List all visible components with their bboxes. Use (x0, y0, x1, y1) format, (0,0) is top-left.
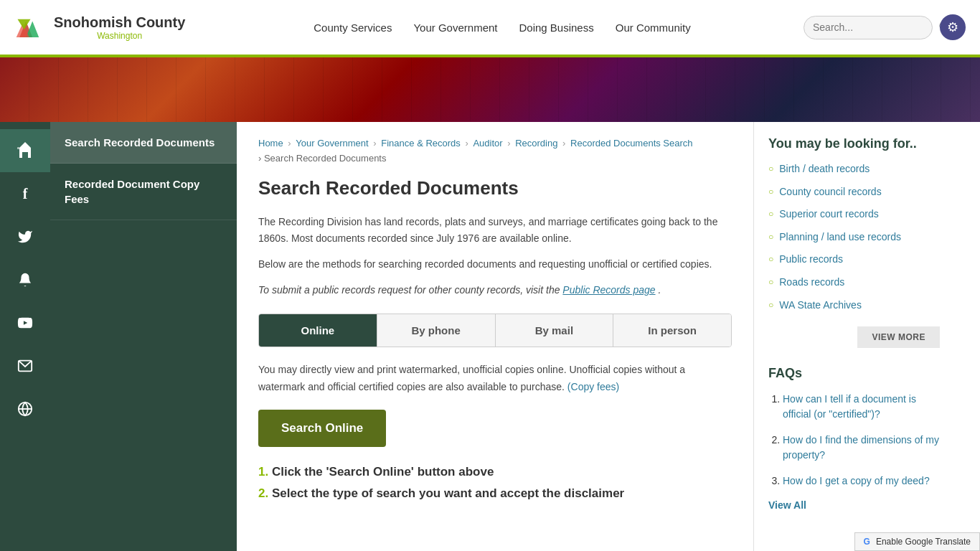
sidebar-looking-for-title: You may be looking for.. (768, 136, 940, 151)
body-text-1: The Recording Division has land records,… (258, 214, 732, 248)
logo-area: Snohomish County Washington (14, 11, 201, 44)
faq-item-1: How can I tell if a document is official… (783, 392, 940, 422)
breadcrumb-separator5: › (562, 138, 568, 149)
translate-label: Enable Google Translate (876, 537, 971, 547)
left-nav-copy-fees[interactable]: Recorded Document Copy Fees (50, 164, 237, 220)
breadcrumb: Home › Your Government › Finance & Recor… (258, 136, 732, 166)
breadcrumb-recording[interactable]: Recording (515, 138, 557, 149)
faq-link-2[interactable]: How do I find the dimensions of my prope… (783, 434, 939, 461)
public-records-sidebar-link[interactable]: Public records (779, 253, 843, 267)
nav-county-services[interactable]: County Services (314, 18, 392, 37)
step-1-num: 1. (258, 465, 268, 479)
roads-records-link[interactable]: Roads records (779, 276, 844, 290)
italic-prefix: To submit a public records request for o… (258, 284, 562, 296)
sidebar-link-birth: Birth / death records (768, 162, 940, 176)
tab-content-online: You may directly view and print watermar… (258, 362, 732, 501)
breadcrumb-auditor[interactable]: Auditor (473, 138, 502, 149)
tabs-container: Online By phone By mail In person (258, 314, 732, 347)
social-home[interactable] (0, 129, 50, 172)
faq-item-2: How do I find the dimensions of my prope… (783, 433, 940, 463)
google-icon: G (864, 537, 870, 547)
public-records-link[interactable]: Public Records page (562, 284, 655, 296)
main-nav: County Services Your Government Doing Bu… (201, 18, 804, 37)
logo-state: Washington (54, 31, 185, 41)
view-more-button[interactable]: VIEW MORE (857, 326, 940, 348)
site-header: Snohomish County Washington County Servi… (0, 0, 980, 57)
step-1-title: 1. Click the 'Search Online' button abov… (258, 465, 732, 479)
settings-button[interactable]: ⚙ (940, 14, 966, 40)
sidebar-link-planning: Planning / land use records (768, 230, 940, 245)
copy-fees-link[interactable]: (Copy fees) (567, 381, 619, 392)
content-area: Home › Your Government › Finance & Recor… (237, 122, 753, 551)
step-2-title: 2. Select the type of search you want an… (258, 486, 732, 501)
faqs-title: FAQs (768, 366, 940, 381)
search-input[interactable] (813, 22, 938, 33)
breadcrumb-separator2: › (373, 138, 379, 149)
faq-link-3[interactable]: How do I get a copy of my deed? (783, 475, 930, 486)
tab-online-text: You may directly view and print watermar… (258, 362, 732, 396)
italic-end: . (658, 284, 661, 296)
logo-text[interactable]: Snohomish County Washington (54, 14, 185, 41)
social-sidebar: f (0, 122, 50, 551)
tab-by-mail[interactable]: By mail (496, 314, 614, 347)
header-search-area: 🔍 ⚙ (804, 14, 966, 40)
planning-land-use-records-link[interactable]: Planning / land use records (779, 230, 901, 245)
right-sidebar: You may be looking for.. Birth / death r… (753, 122, 954, 551)
breadcrumb-home[interactable]: Home (258, 138, 283, 149)
faq-link-1[interactable]: How can I tell if a document is official… (783, 393, 916, 420)
sidebar-link-roads: Roads records (768, 276, 940, 290)
tab-online[interactable]: Online (259, 314, 377, 347)
tab-by-phone[interactable]: By phone (377, 314, 496, 347)
body-text-2: Below are the methods for searching reco… (258, 256, 732, 273)
social-twitter[interactable] (0, 215, 50, 258)
left-nav-search-recorded[interactable]: Search Recorded Documents (50, 122, 237, 164)
step-2-text: Select the type of search you want and a… (272, 486, 624, 500)
hero-banner (0, 57, 980, 122)
svg-rect-5 (17, 147, 19, 149)
logo-icon (14, 11, 47, 44)
main-wrapper: f Search Recorded Documents Recorded Doc… (0, 122, 980, 551)
social-email[interactable] (0, 344, 50, 387)
sidebar-link-council: County council records (768, 185, 940, 199)
tab-online-text-main: You may directly view and print watermar… (258, 364, 685, 392)
social-globe[interactable] (0, 387, 50, 430)
social-alert[interactable] (0, 258, 50, 301)
superior-court-records-link[interactable]: Superior court records (779, 207, 879, 222)
nav-doing-business[interactable]: Doing Business (519, 18, 593, 37)
social-youtube[interactable] (0, 301, 50, 344)
sidebar-link-public: Public records (768, 253, 940, 267)
search-box: 🔍 (804, 16, 933, 39)
nav-our-community[interactable]: Our Community (616, 18, 691, 37)
sidebar-link-superior: Superior court records (768, 207, 940, 222)
county-council-records-link[interactable]: County council records (779, 185, 881, 199)
breadcrumb-separator: › (288, 138, 293, 149)
breadcrumb-your-gov[interactable]: Your Government (296, 138, 368, 149)
svg-marker-4 (19, 142, 31, 158)
logo-name: Snohomish County (54, 14, 185, 31)
sidebar-links-list: Birth / death records County council rec… (768, 162, 940, 312)
step-2-num: 2. (258, 486, 268, 500)
google-translate-bar[interactable]: G Enable Google Translate (854, 532, 980, 551)
birth-death-records-link[interactable]: Birth / death records (779, 162, 870, 176)
page-title: Search Recorded Documents (258, 177, 732, 199)
wa-state-archives-link[interactable]: WA State Archives (779, 298, 862, 313)
breadcrumb-separator3: › (465, 138, 471, 149)
step-1-text: Click the 'Search Online' button above (272, 465, 494, 479)
breadcrumb-finance[interactable]: Finance & Records (381, 138, 461, 149)
breadcrumb-recorded-docs[interactable]: Recorded Documents Search (570, 138, 693, 149)
left-nav: Search Recorded Documents Recorded Docum… (50, 122, 237, 551)
faq-list: How can I tell if a document is official… (768, 392, 940, 489)
search-online-button[interactable]: Search Online (258, 410, 386, 447)
breadcrumb-separator4: › (507, 138, 513, 149)
italic-text: To submit a public records request for o… (258, 282, 732, 299)
sidebar-link-wa-archives: WA State Archives (768, 298, 940, 313)
faq-item-3: How do I get a copy of my deed? (783, 474, 940, 489)
tab-in-person[interactable]: In person (613, 314, 731, 347)
breadcrumb-current: › Search Recorded Documents (258, 153, 386, 164)
social-facebook[interactable]: f (0, 172, 50, 215)
nav-your-government[interactable]: Your Government (413, 18, 497, 37)
view-all-link[interactable]: View All (768, 499, 940, 511)
